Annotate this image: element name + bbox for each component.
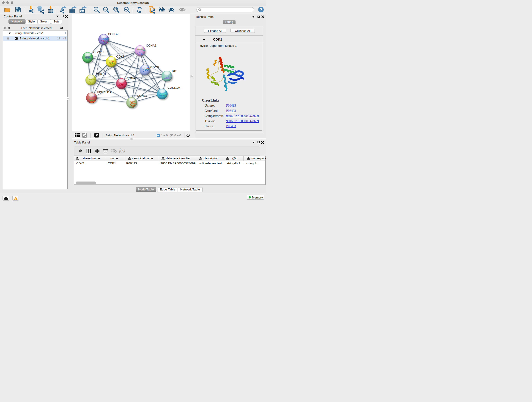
svg-text:CCNB2: CCNB2 [108,32,119,36]
svg-text:CDK1: CDK1 [116,55,124,58]
svg-text:CCNA1: CCNA1 [146,44,157,47]
svg-text:HIST1H1A: HIST1H1A [97,90,112,94]
svg-text:CCNB1: CCNB1 [96,72,106,76]
svg-text:?: ? [260,7,262,12]
svg-text:RB1: RB1 [172,69,178,73]
svg-text:CDC6: CDC6 [150,65,159,69]
svg-text:CCNA2: CCNA2 [127,77,137,80]
svg-text:CDC25B: CDC25B [93,51,105,54]
svg-text:CDKN1A: CDKN1A [167,86,180,89]
svg-text:CCNE1: CCNE1 [137,94,147,97]
